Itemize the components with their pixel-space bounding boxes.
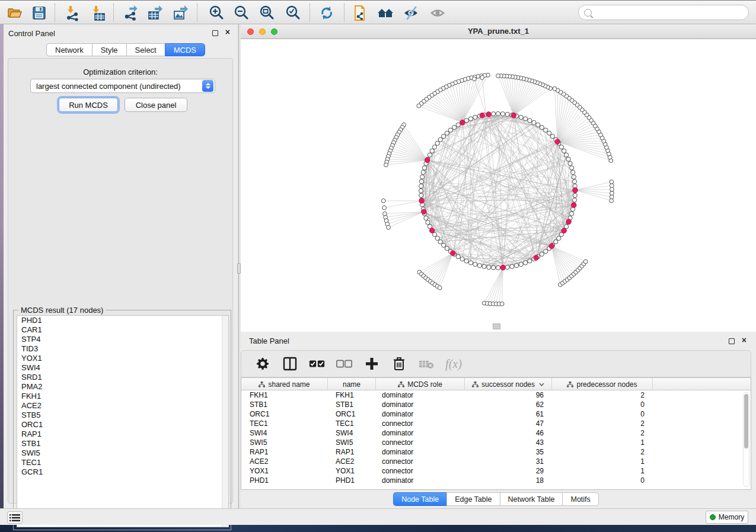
table-cell[interactable]: ACE2: [241, 457, 328, 466]
mcds-hub-node[interactable]: [429, 228, 434, 233]
table-cell[interactable]: YOX1: [241, 466, 328, 476]
show-columns-icon[interactable]: [282, 355, 298, 372]
trash-icon[interactable]: [391, 355, 407, 372]
mcds-result-item[interactable]: TEC1: [17, 458, 228, 467]
mcds-result-item[interactable]: FKH1: [17, 392, 228, 401]
column-header-shared-name[interactable]: shared name: [241, 378, 328, 390]
table-row[interactable]: ORC1ORC1dominator610: [241, 409, 742, 419]
network-leaf-node[interactable]: [610, 184, 614, 188]
network-node[interactable]: [528, 118, 532, 123]
export-table-icon[interactable]: [146, 4, 164, 22]
network-leaf-node[interactable]: [610, 195, 614, 199]
table-cell[interactable]: 61: [465, 409, 552, 419]
import-network-icon[interactable]: [63, 4, 81, 22]
network-leaf-node[interactable]: [610, 180, 614, 184]
table-cell[interactable]: 96: [465, 390, 552, 400]
network-leaf-node[interactable]: [384, 163, 388, 167]
mcds-hub-node[interactable]: [571, 203, 576, 207]
network-node[interactable]: [505, 112, 509, 116]
tab-motifs[interactable]: Motifs: [562, 492, 598, 506]
add-icon[interactable]: [363, 355, 380, 372]
scrollbar-thumb[interactable]: [744, 394, 748, 448]
network-leaf-node[interactable]: [438, 286, 442, 290]
two-houses-icon[interactable]: [377, 4, 394, 22]
table-cell[interactable]: 31: [465, 457, 552, 466]
network-node[interactable]: [523, 261, 527, 265]
tab-node-table[interactable]: Node Table: [393, 492, 446, 506]
network-node[interactable]: [424, 216, 428, 220]
network-node[interactable]: [468, 117, 473, 121]
table-cell[interactable]: SWI4: [241, 428, 328, 438]
network-node[interactable]: [568, 161, 572, 165]
network-node[interactable]: [426, 220, 430, 225]
mcds-result-item[interactable]: RAP1: [17, 430, 228, 439]
select-all-icon[interactable]: [309, 355, 326, 372]
table-cell[interactable]: 0: [552, 409, 653, 419]
table-cell[interactable]: 47: [465, 419, 552, 428]
network-node[interactable]: [456, 123, 460, 127]
network-node[interactable]: [428, 153, 432, 157]
network-node[interactable]: [515, 264, 519, 268]
mcds-result-list[interactable]: PHD1CAR1STP4TID3YOX1SWI4SRD1PMA2FKH1ACE2…: [17, 315, 229, 527]
table-cell[interactable]: YOX1: [328, 466, 376, 476]
table-row[interactable]: ACE2ACE2connector311: [241, 457, 742, 466]
network-leaf-node[interactable]: [583, 259, 588, 264]
network-node[interactable]: [564, 153, 569, 157]
network-node[interactable]: [438, 137, 442, 142]
network-node[interactable]: [572, 180, 576, 184]
network-node[interactable]: [570, 166, 574, 170]
table-cell[interactable]: RAP1: [328, 447, 376, 457]
table-cell[interactable]: RAP1: [241, 447, 328, 457]
network-node[interactable]: [571, 170, 575, 174]
close-table-panel-icon[interactable]: ×: [742, 337, 747, 343]
mcds-result-item[interactable]: ORC1: [17, 420, 228, 430]
table-cell[interactable]: connector: [376, 466, 465, 476]
network-node[interactable]: [445, 246, 449, 251]
open-folder-icon[interactable]: [6, 4, 24, 22]
table-cell[interactable]: TEC1: [241, 419, 328, 428]
network-leaf-node[interactable]: [610, 198, 614, 203]
network-leaf-node[interactable]: [381, 199, 385, 203]
tab-network[interactable]: Network: [46, 43, 92, 56]
table-cell[interactable]: 2: [552, 390, 653, 400]
table-cell[interactable]: 0: [552, 400, 653, 409]
mcds-result-item[interactable]: SWI5: [17, 448, 228, 458]
network-node[interactable]: [528, 259, 532, 263]
table-cell[interactable]: ACE2: [328, 457, 376, 466]
network-node[interactable]: [419, 180, 423, 184]
network-node[interactable]: [544, 128, 548, 132]
network-node[interactable]: [519, 115, 523, 119]
network-from-selection-icon[interactable]: [351, 4, 369, 22]
network-node[interactable]: [519, 262, 523, 267]
table-cell[interactable]: 2: [552, 419, 653, 428]
network-leaf-node[interactable]: [553, 86, 557, 91]
close-panel-icon[interactable]: ×: [225, 29, 230, 35]
network-leaf-node[interactable]: [496, 74, 500, 78]
network-canvas[interactable]: [241, 39, 756, 332]
network-leaf-node[interactable]: [382, 206, 387, 210]
network-window-titlebar[interactable]: YPA_prune.txt_1: [241, 24, 756, 39]
network-node[interactable]: [448, 128, 452, 132]
mcds-result-item[interactable]: STB5: [17, 411, 228, 420]
table-cell[interactable]: 46: [465, 428, 552, 438]
mcds-list-scrollbar[interactable]: [222, 316, 228, 527]
network-leaf-node[interactable]: [387, 225, 391, 229]
network-node[interactable]: [547, 131, 551, 135]
table-cell[interactable]: 1: [552, 438, 653, 447]
table-cell[interactable]: 0: [552, 476, 653, 485]
network-node[interactable]: [554, 240, 558, 244]
column-header-predecessor-nodes[interactable]: predecessor nodes: [552, 378, 653, 390]
network-node[interactable]: [536, 123, 540, 127]
network-node[interactable]: [441, 134, 445, 138]
tab-mcds[interactable]: MCDS: [165, 43, 205, 56]
table-cell[interactable]: FKH1: [241, 390, 328, 400]
network-node[interactable]: [438, 240, 442, 244]
mcds-result-item[interactable]: PMA2: [17, 382, 228, 392]
table-cell[interactable]: connector: [376, 457, 465, 466]
network-node[interactable]: [500, 112, 505, 116]
network-node[interactable]: [572, 198, 576, 202]
search-field[interactable]: [578, 5, 749, 20]
network-node[interactable]: [523, 117, 527, 121]
table-cell[interactable]: dominator: [376, 428, 465, 438]
column-header-MCDS-role[interactable]: MCDS role: [376, 378, 465, 390]
